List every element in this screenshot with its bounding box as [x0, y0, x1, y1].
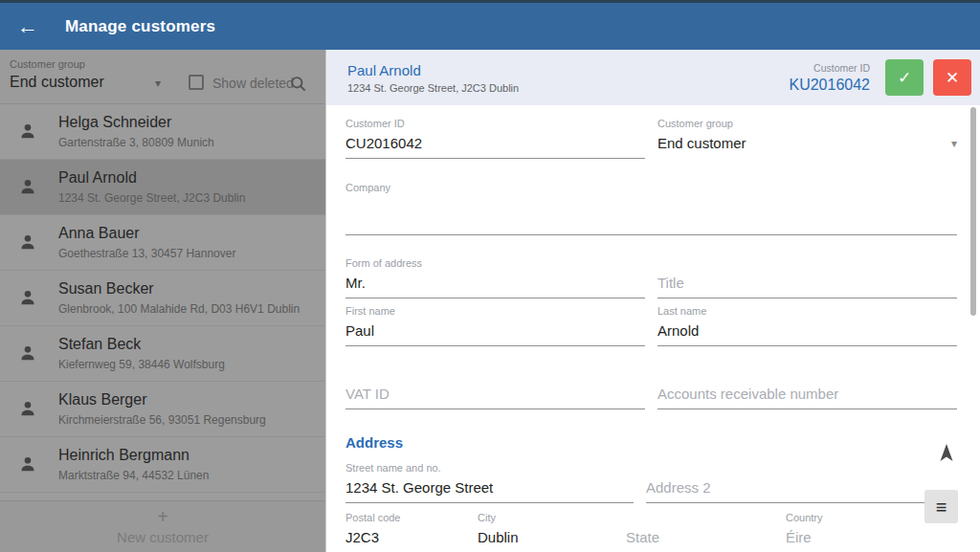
form-scrollbar[interactable]: [970, 107, 976, 316]
customer-list-panel: Customer group End customer ▾ Show delet…: [0, 50, 326, 552]
search-icon[interactable]: [289, 75, 307, 97]
company-input[interactable]: [345, 196, 957, 235]
customer-id-input[interactable]: [345, 132, 645, 159]
address2-input[interactable]: [646, 476, 929, 503]
field-company: Company: [345, 182, 957, 235]
customer-group-select[interactable]: End customer ▾: [657, 132, 957, 158]
customer-address: Kiefernweg 59, 38446 Wolfsburg: [58, 358, 325, 371]
customer-address: Marktstraße 94, 44532 Lünen: [58, 469, 325, 482]
company-field-label: Company: [345, 182, 957, 196]
city-input[interactable]: [478, 526, 613, 552]
street-label: Street name and no.: [345, 462, 634, 476]
customer-address: Glenbrook, 100 Malahide Rd, D03 H6V1 Dub…: [58, 302, 325, 316]
customer-group-filter-label: Customer group: [10, 58, 85, 70]
customer-id-value: KU2016042: [789, 77, 870, 94]
title-input[interactable]: [657, 272, 957, 298]
first-name-input[interactable]: [345, 320, 645, 346]
list-item-susan-becker[interactable]: Susan Becker Glenbrook, 100 Malahide Rd,…: [0, 271, 325, 326]
detail-header: Paul Arnold 1234 St. George Street, J2C3…: [326, 50, 980, 105]
field-postal-code: Postal code: [345, 512, 465, 552]
field-accounts-receivable: [657, 368, 957, 409]
person-icon: [17, 398, 38, 423]
content: Customer group End customer ▾ Show delet…: [0, 50, 980, 552]
app-bar: ← Manage customers: [0, 3, 980, 50]
person-icon: [17, 121, 38, 145]
person-icon: [17, 453, 38, 478]
customer-detail-panel: Paul Arnold 1234 St. George Street, J2C3…: [326, 50, 980, 552]
vat-id-input[interactable]: [345, 383, 645, 409]
list-item-anna-bauer[interactable]: Anna Bauer Goethestraße 13, 30457 Hannov…: [0, 215, 325, 271]
show-deleted-label: Show deleted: [212, 76, 294, 91]
customer-name: Anna Bauer: [58, 225, 325, 242]
street-input[interactable]: [345, 476, 634, 503]
close-icon: ✕: [946, 68, 959, 88]
list-item-paul-arnold[interactable]: Paul Arnold 1234 St. George Street, J2C3…: [0, 160, 325, 215]
form-row-city: Postal code City Country: [345, 512, 957, 552]
accounts-receivable-input[interactable]: [657, 383, 957, 409]
field-country: Country: [786, 512, 891, 552]
postal-code-label: Postal code: [345, 512, 465, 526]
first-name-label: First name: [345, 305, 645, 320]
state-input[interactable]: [626, 526, 773, 552]
postal-code-input[interactable]: [345, 526, 465, 552]
chevron-down-icon[interactable]: ▾: [155, 77, 161, 90]
customer-address: Kirchmeierstraße 56, 93051 Regensburg: [58, 413, 325, 427]
person-icon: [17, 287, 38, 312]
field-street: Street name and no.: [345, 462, 634, 503]
new-customer-label: New customer: [0, 529, 325, 545]
new-customer-button[interactable]: + New customer: [0, 500, 325, 552]
form-row-vat: [345, 368, 957, 409]
menu-icon: ≡: [936, 497, 947, 517]
field-vat-id: [345, 368, 645, 409]
form-row-street: Street name and no.: [345, 462, 957, 503]
show-deleted-checkbox[interactable]: [189, 75, 204, 90]
customer-address: Goethestraße 13, 30457 Hannover: [58, 247, 325, 260]
detail-customer-id-block: Customer ID KU2016042: [789, 62, 870, 94]
customer-name: Stefan Beck: [58, 336, 325, 353]
form-of-address-label: Form of address: [345, 257, 645, 272]
clipped-list-item: [0, 493, 325, 501]
list-item-klaus-berger[interactable]: Klaus Berger Kirchmeierstraße 56, 93051 …: [0, 382, 325, 437]
customer-form: Customer ID Customer group End customer …: [326, 105, 980, 552]
customer-address: Gartenstraße 3, 80809 Munich: [58, 136, 325, 149]
customer-list: Helga Schneider Gartenstraße 3, 80809 Mu…: [0, 104, 325, 493]
form-row-name: First name Last name: [345, 305, 957, 346]
list-item-stefan-beck[interactable]: Stefan Beck Kiefernweg 59, 38446 Wolfsbu…: [0, 326, 325, 382]
field-address2: [646, 462, 929, 503]
filter-bar: Customer group End customer ▾ Show delet…: [0, 50, 325, 104]
field-city: City: [478, 512, 613, 552]
form-row-salutation: Form of address: [345, 257, 957, 298]
check-icon: ✓: [898, 68, 911, 88]
form-of-address-input[interactable]: [345, 272, 645, 298]
list-item-helga-schneider[interactable]: Helga Schneider Gartenstraße 3, 80809 Mu…: [0, 104, 325, 160]
customer-id-field-label: Customer ID: [345, 118, 645, 132]
plus-icon: +: [0, 507, 325, 526]
save-button[interactable]: ✓: [885, 59, 924, 96]
customer-group-selected-value: End customer: [657, 135, 746, 151]
back-arrow-icon[interactable]: ←: [17, 16, 44, 37]
cancel-button[interactable]: ✕: [933, 59, 971, 96]
country-input[interactable]: [786, 526, 891, 552]
customer-group-field-label: Customer group: [657, 118, 957, 132]
person-icon: [17, 176, 38, 201]
last-name-label: Last name: [657, 305, 957, 320]
field-customer-group: Customer group End customer ▾: [657, 118, 957, 159]
form-row-company: Company: [345, 182, 957, 235]
customer-name: Heinrich Bergmann: [58, 447, 325, 464]
city-label: City: [478, 512, 613, 526]
field-form-of-address: Form of address: [345, 257, 645, 298]
manage-customers-screen: ← Manage customers Customer group End cu…: [0, 0, 980, 552]
customer-name: Helga Schneider: [58, 114, 325, 131]
last-name-input[interactable]: [657, 320, 957, 346]
person-icon: [17, 342, 38, 367]
menu-button[interactable]: ≡: [924, 490, 958, 523]
person-icon: [17, 232, 38, 256]
chevron-down-icon: ▾: [951, 137, 957, 150]
country-label: Country: [786, 512, 891, 526]
customer-group-filter-value[interactable]: End customer: [10, 74, 104, 91]
detail-customer-name: Paul Arnold: [347, 62, 519, 78]
field-title: [657, 257, 957, 298]
customer-id-label: Customer ID: [789, 62, 870, 74]
list-item-heinrich-bergmann[interactable]: Heinrich Bergmann Marktstraße 94, 44532 …: [0, 437, 325, 493]
customer-name: Susan Becker: [58, 280, 325, 298]
